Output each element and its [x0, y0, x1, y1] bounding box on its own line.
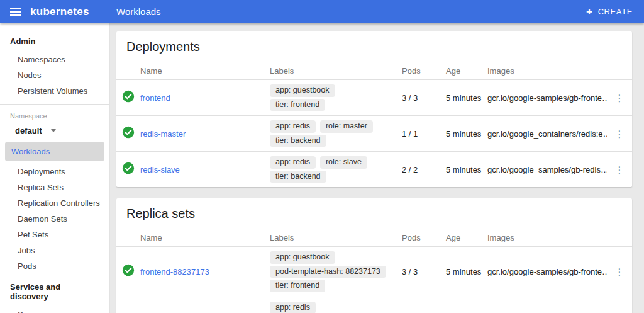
resource-link-redis-master[interactable]: redis-master [140, 129, 186, 139]
label-chip: app: guestbook [270, 251, 335, 264]
label-chip: tier: frontend [270, 280, 325, 292]
name-cell: frontend [140, 92, 270, 103]
pods-cell: 3 / 3 [402, 267, 446, 276]
labels-cell: app: guestbooktier: frontend [270, 83, 402, 113]
label-chip: app: redis [270, 156, 316, 169]
images-cell: gcr.io/google_containers/redis:e… [487, 129, 607, 139]
table-header-row: NameLabelsPodsAgeImages [116, 229, 632, 247]
name-cell: redis-master [140, 128, 270, 139]
table-row: frontendapp: guestbooktier: frontend3 / … [116, 80, 632, 116]
label-chip: role: master [320, 120, 373, 133]
label-chip: app: redis [270, 120, 316, 133]
sidebar-item-pods[interactable]: Pods [0, 258, 109, 274]
table-row: frontend-88237173app: guestbookpod-templ… [116, 247, 632, 297]
images-cell: gcr.io/google_samples/gb-redis… [487, 165, 607, 174]
sidebar-item-daemon-sets[interactable]: Daemon Sets [0, 211, 109, 227]
table-header-row: NameLabelsPodsAgeImages [116, 62, 632, 80]
create-button[interactable]: + CREATE [586, 6, 633, 17]
age-cell: 5 minutes [446, 267, 487, 276]
label-chip: role: slave [320, 156, 367, 169]
sidebar-item-persistent-volumes[interactable]: Persistent Volumes [0, 83, 109, 99]
status-cell [116, 162, 140, 177]
sidebar: AdminNamespacesNodesPersistent VolumesNa… [0, 23, 110, 313]
pods-cell: 2 / 2 [402, 165, 446, 174]
card-title: Deployments [116, 31, 632, 62]
column-header-pods: Pods [402, 229, 446, 246]
row-menu-button[interactable]: ⋮ [610, 265, 630, 279]
pods-cell: 3 / 3 [402, 93, 446, 103]
sidebar-item-namespaces[interactable]: Namespaces [0, 52, 109, 67]
labels-cell: app: guestbookpod-template-hash: 8823717… [270, 249, 402, 294]
plus-icon: + [586, 6, 593, 17]
deployments-table: NameLabelsPodsAgeImagesfrontendapp: gues… [116, 62, 632, 187]
status-cell [116, 126, 140, 141]
namespace-select[interactable]: default [15, 123, 54, 139]
row-menu-button[interactable]: ⋮ [610, 162, 630, 177]
labels-cell: app: redisrole: mastertier: backend [270, 118, 402, 149]
sidebar-item-pet-sets[interactable]: Pet Sets [0, 227, 109, 242]
menu-cell: ⋮ [607, 127, 632, 141]
pods-cell: 1 / 1 [402, 129, 446, 139]
labels-cell: app: redisrole: slavetier: backend [270, 154, 402, 185]
column-header-images: Images [487, 62, 607, 79]
deployments-card: Deployments NameLabelsPodsAgeImagesfront… [116, 31, 632, 187]
label-chip: tier: frontend [270, 99, 325, 111]
column-header-images: Images [487, 229, 607, 246]
sidebar-item-replica-sets[interactable]: Replica Sets [0, 179, 109, 195]
create-button-label: CREATE [598, 7, 633, 16]
resource-link-frontend[interactable]: frontend [140, 93, 170, 103]
column-header-pods: Pods [402, 62, 446, 79]
app-logo[interactable]: kubernetes [30, 6, 89, 18]
main-content: Deployments NameLabelsPodsAgeImagesfront… [110, 23, 644, 313]
status-cell [116, 90, 140, 105]
page-title: Workloads [116, 6, 161, 17]
column-header-name: Name [140, 62, 270, 79]
images-cell: gcr.io/google-samples/gb-fronte… [487, 267, 607, 276]
status-ok-icon [122, 264, 135, 279]
status-ok-icon [122, 90, 135, 105]
namespace-label: Namespace [0, 106, 109, 121]
replica-sets-card: Replica sets NameLabelsPodsAgeImagesfron… [116, 198, 632, 313]
table-row: redis-masterapp: redisrole: mastertier: … [116, 116, 632, 152]
label-chip: pod-template-hash: 88237173 [270, 266, 386, 278]
sidebar-divider [0, 104, 109, 105]
sidebar-item-jobs[interactable]: Jobs [0, 242, 109, 258]
resource-link-redis-slave[interactable]: redis-slave [140, 165, 180, 174]
resource-link-frontend-88237173[interactable]: frontend-88237173 [140, 267, 209, 276]
sidebar-item-deployments[interactable]: Deployments [0, 164, 109, 179]
name-cell: frontend-88237173 [140, 266, 270, 277]
menu-cell: ⋮ [607, 265, 632, 279]
namespace-selected-value: default [15, 126, 42, 135]
status-ok-icon [122, 126, 135, 141]
column-header-name: Name [140, 229, 270, 246]
status-ok-icon [122, 162, 135, 177]
sidebar-item-workloads[interactable]: Workloads [5, 142, 104, 161]
column-header-labels: Labels [270, 62, 402, 79]
images-cell: gcr.io/google-samples/gb-fronte… [487, 93, 607, 103]
menu-cell: ⋮ [607, 91, 632, 105]
label-chip: app: guestbook [270, 84, 335, 97]
chevron-down-icon [51, 129, 56, 132]
sidebar-item-services[interactable]: Services [0, 307, 109, 313]
app-header: kubernetes Workloads + CREATE [0, 0, 644, 23]
sidebar-item-replication-controllers[interactable]: Replication Controllers [0, 195, 109, 211]
row-menu-button[interactable]: ⋮ [610, 127, 630, 141]
column-header-labels: Labels [270, 229, 402, 246]
sidebar-section-admin: Admin [0, 28, 109, 52]
labels-cell: app: redispod-template-hash: 343230949ro… [270, 300, 402, 313]
label-chip: tier: backend [270, 171, 326, 183]
table-row: redis-slaveapp: redisrole: slavetier: ba… [116, 152, 632, 187]
sidebar-item-nodes[interactable]: Nodes [0, 67, 109, 83]
hamburger-menu-icon[interactable] [0, 8, 30, 16]
row-menu-button[interactable]: ⋮ [610, 91, 630, 105]
status-cell [116, 264, 140, 279]
menu-cell: ⋮ [607, 162, 632, 177]
label-chip: app: redis [270, 302, 316, 313]
age-cell: 5 minutes [446, 165, 487, 174]
card-title: Replica sets [116, 198, 632, 229]
table-row: redis-master-343230949app: redispod-temp… [116, 297, 632, 313]
age-cell: 5 minutes [446, 93, 487, 103]
name-cell: redis-slave [140, 164, 270, 175]
sidebar-section-services-and-discovery: Services and discovery [0, 274, 109, 307]
label-chip: tier: backend [270, 135, 326, 147]
